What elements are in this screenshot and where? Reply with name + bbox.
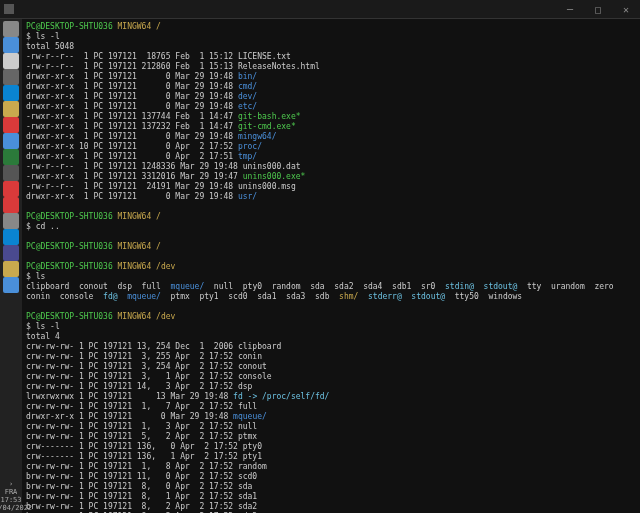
taskbar-app-icon[interactable] <box>3 165 19 181</box>
taskbar-app-icon[interactable] <box>3 53 19 69</box>
taskbar-app-icon[interactable] <box>3 277 19 293</box>
maximize-button[interactable]: □ <box>584 0 612 18</box>
taskbar-app-icon[interactable] <box>3 101 19 117</box>
terminal[interactable]: PC@DESKTOP-SHTU036 MINGW64 / $ ls -l tot… <box>22 19 640 513</box>
taskbar-tray: › FRA 17:53 02/04/2022 <box>0 480 22 512</box>
taskbar-app-icon[interactable] <box>3 85 19 101</box>
window-controls: ─ □ ✕ <box>556 0 640 18</box>
taskbar-app-icon[interactable] <box>3 37 19 53</box>
language-indicator[interactable]: FRA <box>5 488 18 496</box>
taskbar-app-icon[interactable] <box>3 261 19 277</box>
taskbar-app-icon[interactable] <box>3 181 19 197</box>
chevron-icon[interactable]: › <box>9 480 13 488</box>
taskbar-app-icon[interactable] <box>3 69 19 85</box>
taskbar: › FRA 17:53 02/04/2022 <box>0 19 22 513</box>
taskbar-app-icon[interactable] <box>3 149 19 165</box>
taskbar-app-icon[interactable] <box>3 117 19 133</box>
taskbar-app-icon[interactable] <box>3 229 19 245</box>
taskbar-app-icon[interactable] <box>3 245 19 261</box>
minimize-button[interactable]: ─ <box>556 0 584 18</box>
close-button[interactable]: ✕ <box>612 0 640 18</box>
clock-date: 02/04/2022 <box>0 504 32 512</box>
taskbar-app-icon[interactable] <box>3 21 19 37</box>
clock-time[interactable]: 17:53 <box>0 496 21 504</box>
taskbar-app-icon[interactable] <box>3 213 19 229</box>
titlebar-left <box>0 4 14 14</box>
taskbar-app-icon[interactable] <box>3 133 19 149</box>
taskbar-app-icon[interactable] <box>3 197 19 213</box>
app-icon <box>4 4 14 14</box>
window-titlebar: ─ □ ✕ <box>0 0 640 19</box>
